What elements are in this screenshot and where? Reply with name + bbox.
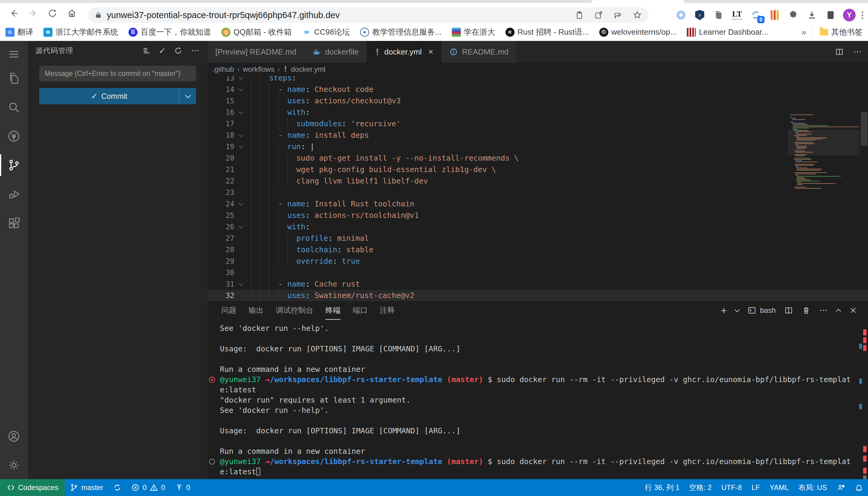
commit-dropdown-button[interactable] [179,88,196,104]
minimap[interactable] [788,111,859,301]
fold-chevron-icon[interactable] [234,107,247,118]
terminal-shell-selector[interactable]: bash [747,306,776,315]
status-cursor-position[interactable]: 行 36, 列 1 [640,479,684,496]
download-icon[interactable] [806,9,818,21]
minimap-viewport[interactable] [788,129,859,155]
status-sync[interactable] [108,479,126,496]
address-bar[interactable]: yunwei37-potential-space-trout-rpr5qwj66… [88,7,648,23]
panel-tab-2[interactable]: 调试控制台 [276,301,313,320]
code-line[interactable]: 16 with: [208,107,868,118]
panel-tab-1[interactable]: 输出 [249,301,264,320]
code-line[interactable]: 17 submodules: 'recursive' [208,118,868,129]
commit-check-icon[interactable]: ✓ [159,46,166,56]
fold-chevron-icon[interactable] [234,76,247,84]
code-editor[interactable]: 13 steps:14 - name: Checkout code15 uses… [208,76,868,301]
lock-icon[interactable] [95,11,102,19]
panel-more-icon[interactable] [819,306,828,315]
code-line[interactable]: 23 [208,187,868,198]
maximize-panel-icon[interactable] [836,309,841,314]
languagetool-icon[interactable]: LT [731,9,744,21]
code-line[interactable]: 13 steps: [208,76,868,84]
breadcrumb-folder[interactable]: workflows [243,65,274,74]
bookmark-item[interactable]: ✉浙江大学邮件系统 [43,27,118,37]
code-line[interactable]: 25 uses: actions-rs/toolchain@v1 [208,210,868,221]
code-line[interactable]: 14 - name: Checkout code [208,84,868,95]
breadcrumb-folder[interactable]: .github [212,65,234,74]
commit-button[interactable]: ✓ Commit [39,88,196,104]
status-keyboard-layout[interactable]: 布局: US [793,479,832,496]
editor-tab-dockerfile[interactable]: dockerfile [304,41,367,63]
blue-circle-icon[interactable] [675,9,687,21]
status-encoding[interactable]: UTF-8 [717,479,747,496]
panel-tab-5[interactable]: 注释 [380,301,395,320]
editor-tab-readme-md[interactable]: README.md [442,41,517,63]
github-icon[interactable] [0,123,28,150]
code-line[interactable]: 22 clang llvm libelf1 libelf-dev [208,175,868,187]
back-icon[interactable] [6,5,22,21]
split-editor-icon[interactable] [835,47,844,56]
kill-terminal-icon[interactable] [802,306,811,315]
code-line[interactable]: 27 profile: minimal [208,233,868,244]
terminal-dropdown-icon[interactable] [734,307,739,312]
bookmark-item[interactable]: ✦教学管理信息服务... [360,27,442,37]
panel-tab-3[interactable]: 终端 [326,301,341,320]
status-eol[interactable]: LF [747,479,765,496]
bookmark-item[interactable]: ⓒweloveinterns/op... [599,27,677,37]
status-indentation[interactable]: 空格: 2 [684,479,717,496]
refresh-icon[interactable] [174,46,183,55]
fold-chevron-icon[interactable] [234,198,247,210]
source-control-icon[interactable] [0,152,28,179]
code-line[interactable]: 26 with: [208,221,868,233]
account-icon[interactable] [0,423,28,450]
bookmark-item[interactable]: 98CC98论坛 [302,27,350,37]
terminal[interactable]: See 'docker run --help'.Usage: docker ru… [208,323,859,478]
commit-message-input[interactable] [39,66,196,81]
status-notifications[interactable] [850,479,868,496]
scrollbar-thumb[interactable] [861,112,867,146]
share-icon[interactable] [613,11,623,19]
extensions-icon[interactable] [0,210,28,236]
panel-tab-0[interactable]: 问题 [221,301,237,320]
browser-menu-icon[interactable] [862,12,863,19]
code-line[interactable]: 32 uses: Swatinem/rust-cache@v2 [208,290,868,301]
bookmark-item[interactable]: QQQ邮箱 - 收件箱 [221,27,292,37]
reading-panel-icon[interactable] [824,9,837,21]
breadcrumb[interactable]: .github › workflows › ! docker.yml [208,63,868,76]
code-line[interactable]: 28 toolchain: stable [208,244,868,255]
status-language-mode[interactable]: YAML [765,479,794,496]
bookmark-item[interactable]: RRust 招聘 - Rust语... [506,27,589,37]
split-terminal-icon[interactable] [784,306,793,315]
bookmark-item[interactable]: Learner Dashboar... [687,27,768,37]
code-line[interactable]: 15 uses: actions/checkout@v3 [208,95,868,107]
close-icon[interactable]: × [428,47,433,57]
bookmark-item[interactable]: 学在浙大 [452,27,495,37]
code-line[interactable]: 21 wget pkg-config build-essential zlib1… [208,164,868,175]
other-bookmarks[interactable]: 其他书签 [820,27,863,37]
sync-icon[interactable]: 0 [749,9,762,21]
code-line[interactable]: 20 sudo apt-get install -y --no-install-… [208,153,868,164]
code-line[interactable]: 18 - name: install deps [208,129,868,141]
panel-tab-4[interactable]: 端口 [353,301,368,320]
code-line[interactable]: 29 override: true [208,255,868,267]
settings-gear-icon[interactable] [0,452,28,479]
profile-avatar[interactable]: Y [843,9,856,21]
status-feedback[interactable] [832,479,850,496]
fold-chevron-icon[interactable] [234,84,247,95]
status-problems[interactable]: 00 [126,479,170,496]
colored-columns-icon[interactable] [768,9,781,21]
fold-chevron-icon[interactable] [234,221,247,233]
editor-scrollbar[interactable] [860,111,868,301]
breadcrumb-file[interactable]: docker.yml [291,65,326,74]
new-terminal-icon[interactable]: + [721,305,727,315]
close-panel-icon[interactable] [849,306,858,315]
home-icon[interactable] [64,5,80,21]
code-line[interactable]: 31 - name: Cache rust [208,278,868,290]
fold-chevron-icon[interactable] [234,278,247,290]
editor-more-icon[interactable] [853,47,862,56]
status-remote-indicator[interactable]: Codespaces [0,479,65,496]
clipboard-icon[interactable] [575,11,584,19]
open-in-new-icon[interactable] [594,11,603,19]
copy-pages-icon[interactable] [712,9,725,21]
more-icon[interactable] [191,46,200,55]
bookmarks-overflow-icon[interactable]: » [801,27,806,37]
